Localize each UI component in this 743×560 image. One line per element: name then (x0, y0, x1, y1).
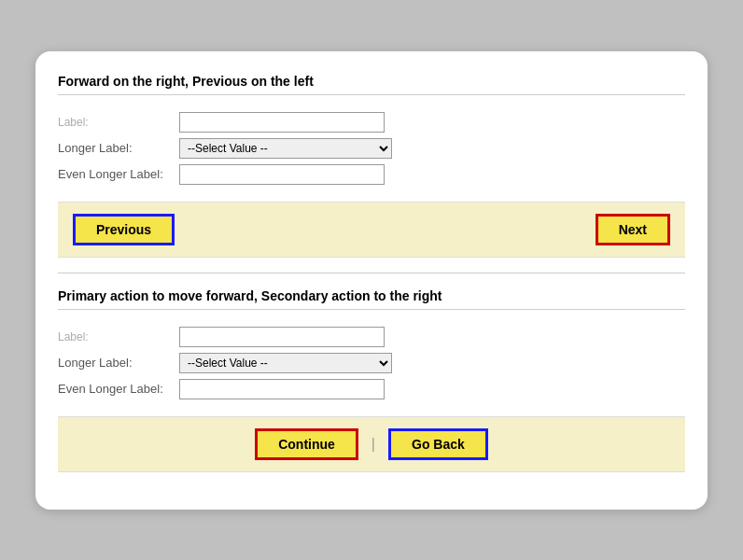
input-label-1[interactable] (179, 112, 385, 133)
label-s2-field-1: Label: (58, 330, 179, 343)
section-divider (58, 273, 685, 273)
section-2: Primary action to move forward, Secondar… (58, 288, 685, 472)
form-row-1: Label: (58, 112, 685, 133)
section-1-title: Forward on the right, Previous on the le… (58, 74, 685, 95)
next-button[interactable]: Next (596, 214, 670, 245)
label-s2-field-2: Longer Label: (58, 356, 179, 370)
label-field-3: Even Longer Label: (58, 167, 179, 181)
label-field-1: Label: (58, 116, 179, 129)
section-2-form: Label: Longer Label: --Select Value -- E… (58, 319, 685, 416)
continue-button[interactable]: Continue (255, 428, 358, 460)
pipe-separator: | (372, 436, 375, 453)
section-1: Forward on the right, Previous on the le… (58, 74, 685, 258)
form-row-2: Longer Label: --Select Value -- (58, 138, 685, 159)
select-longer-label-2[interactable]: --Select Value -- (179, 353, 392, 373)
section-2-button-bar: Continue | Go Back (58, 416, 685, 472)
label-s2-field-3: Even Longer Label: (58, 382, 179, 396)
main-card: Forward on the right, Previous on the le… (35, 51, 708, 510)
go-back-button[interactable]: Go Back (388, 428, 488, 460)
section-1-form: Label: Longer Label: --Select Value -- E… (58, 105, 685, 202)
input-label-2[interactable] (179, 327, 385, 347)
input-even-longer-1[interactable] (179, 164, 385, 185)
previous-button[interactable]: Previous (73, 214, 175, 245)
form-row-s2-1: Label: (58, 327, 685, 347)
section-2-title: Primary action to move forward, Secondar… (58, 288, 685, 310)
form-row-3: Even Longer Label: (58, 164, 685, 185)
form-row-s2-3: Even Longer Label: (58, 379, 685, 399)
form-row-s2-2: Longer Label: --Select Value -- (58, 353, 685, 373)
select-longer-label-1[interactable]: --Select Value -- (179, 138, 392, 159)
input-even-longer-2[interactable] (179, 379, 385, 399)
label-field-2: Longer Label: (58, 141, 179, 155)
section-1-button-bar: Previous Next (58, 202, 685, 258)
